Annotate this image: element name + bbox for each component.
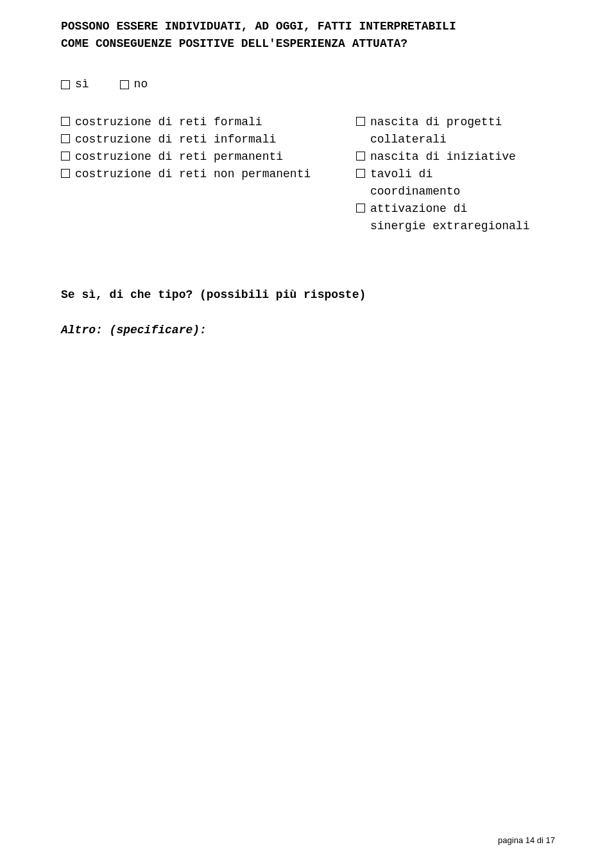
options-left-column: costruzione di reti formali costruzione … <box>61 114 336 235</box>
option-attivazione-sinergie[interactable]: attivazione di sinergie extraregionali <box>356 200 555 235</box>
option-reti-informali[interactable]: costruzione di reti informali <box>61 131 336 148</box>
option-reti-permanenti[interactable]: costruzione di reti permanenti <box>61 148 336 166</box>
option-label: costruzione di reti formali <box>75 114 262 131</box>
checkbox-icon <box>120 80 129 89</box>
altro-specify: Altro: (specificare): <box>61 322 555 339</box>
option-tavoli-coordinamento[interactable]: tavoli di coordinamento <box>356 166 555 200</box>
yes-no-row: sì no <box>61 76 555 93</box>
option-no-label: no <box>134 76 148 93</box>
question-line2: COME CONSEGUENZE POSITIVE DELL'ESPERIENZ… <box>61 35 555 53</box>
checkbox-icon <box>61 80 70 89</box>
option-label: nascita di iniziative <box>370 148 516 166</box>
option-label: costruzione di reti non permanenti <box>75 166 311 183</box>
checkbox-icon <box>356 169 365 178</box>
option-label: nascita di progetti <box>370 116 502 128</box>
question-heading: POSSONO ESSERE INDIVIDUATI, AD OGGI, FAT… <box>61 18 555 53</box>
sub-question: Se sì, di che tipo? (possibili più rispo… <box>61 286 555 304</box>
page-footer: pagina 14 di 17 <box>498 834 555 847</box>
option-nascita-iniziative[interactable]: nascita di iniziative <box>356 148 555 166</box>
option-no[interactable]: no <box>120 76 148 93</box>
option-label-cont: coordinamento <box>370 185 460 198</box>
checkbox-icon <box>356 117 365 126</box>
checkbox-icon <box>61 134 70 143</box>
checkbox-icon <box>61 117 70 126</box>
option-reti-non-permanenti[interactable]: costruzione di reti non permanenti <box>61 166 336 183</box>
option-nascita-progetti[interactable]: nascita di progetti collaterali <box>356 114 555 148</box>
option-label: costruzione di reti informali <box>75 131 276 148</box>
checkbox-icon <box>61 152 70 161</box>
option-label: attivazione di <box>370 202 467 215</box>
option-label-cont: collaterali <box>370 133 447 146</box>
option-si-label: sì <box>75 76 89 93</box>
options-right-column: nascita di progetti collaterali nascita … <box>356 114 555 235</box>
checkbox-icon <box>356 152 365 161</box>
checkbox-icon <box>356 204 365 213</box>
options-columns: costruzione di reti formali costruzione … <box>61 114 555 235</box>
option-si[interactable]: sì <box>61 76 89 93</box>
question-line1: POSSONO ESSERE INDIVIDUATI, AD OGGI, FAT… <box>61 18 555 35</box>
option-label: costruzione di reti permanenti <box>75 148 283 166</box>
option-label: tavoli di <box>370 168 432 180</box>
checkbox-icon <box>61 169 70 178</box>
option-reti-formali[interactable]: costruzione di reti formali <box>61 114 336 131</box>
option-label-cont: sinergie extraregionali <box>370 220 529 232</box>
